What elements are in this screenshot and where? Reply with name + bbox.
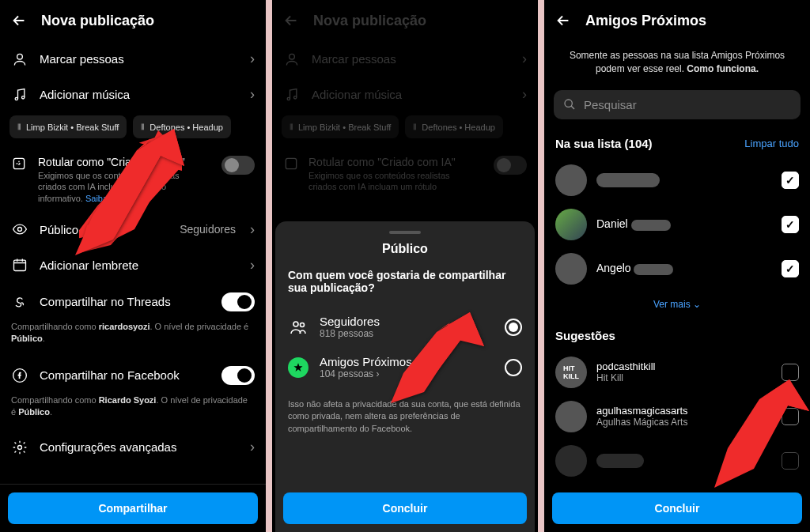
person-name: Angelo (596, 262, 772, 274)
sparkle-icon (283, 156, 299, 175)
tutorial-arrow (75, 123, 186, 257)
search-icon (563, 98, 576, 111)
avatar (555, 164, 587, 196)
ai-label-row: Rotular como "Criado com IA" Exigimos qu… (272, 148, 538, 201)
page-title: Nova publicação (41, 13, 154, 29)
facebook-label: Compartilhar no Facebook (40, 368, 210, 382)
svg-point-2 (22, 96, 25, 98)
threads-label: Compartilhar no Threads (40, 295, 210, 308)
person-icon (11, 51, 28, 67)
list-item[interactable]: Daniel (544, 202, 810, 247)
chevron-right-icon: › (522, 51, 527, 67)
clear-all-link[interactable]: Limpar tudo (744, 138, 799, 149)
star-icon (288, 357, 308, 378)
svg-point-20 (565, 100, 572, 107)
music-icon (283, 87, 301, 103)
suggestions-head: Sugestões (544, 318, 810, 350)
threads-toggle[interactable] (221, 292, 255, 311)
eye-icon (11, 221, 28, 237)
done-button[interactable]: Concluir (552, 492, 802, 524)
svg-point-7 (18, 445, 22, 449)
music-chip: ⦀Limp Bizkit • Break Stuff (282, 115, 399, 138)
add-music-row: Adicionar música › (272, 77, 538, 112)
header: Nova publicação (0, 0, 266, 41)
back-icon[interactable] (282, 11, 301, 30)
screen-new-post: Nova publicação Marcar pessoas › Adicion… (0, 0, 266, 532)
reminder-label: Adicionar lembrete (40, 258, 239, 272)
header: Nova publicação (272, 0, 538, 41)
svg-point-1 (15, 97, 17, 100)
svg-marker-21 (714, 379, 809, 488)
svg-rect-16 (286, 158, 296, 168)
tag-people-row: Marcar pessoas › (272, 41, 538, 77)
gear-icon (11, 440, 28, 455)
advanced-label: Configurações avançadas (40, 440, 239, 454)
sheet-question: Com quem você gostaria de compartilhar s… (275, 269, 535, 307)
list-item[interactable] (544, 158, 810, 202)
tutorial-arrow (710, 375, 810, 490)
music-chips: ⦀Limp Bizkit • Break Stuff ⦀Deftones • H… (272, 112, 538, 148)
chevron-right-icon: › (250, 51, 255, 67)
tag-people-row[interactable]: Marcar pessoas › (0, 41, 266, 77)
threads-row[interactable]: Compartilhar no Threads (0, 283, 266, 321)
sparkle-icon (11, 156, 28, 175)
screen-close-friends: Amigos Próximos Somente as pessoas na su… (544, 0, 810, 532)
drag-handle[interactable] (389, 231, 421, 234)
checkbox[interactable] (782, 216, 799, 233)
threads-desc: Compartilhando como ricardosyozi. O níve… (0, 321, 266, 357)
bars-icon: ⦀ (17, 122, 21, 132)
back-icon[interactable] (9, 11, 28, 30)
person-icon (283, 51, 301, 67)
audience-value: Seguidores (180, 223, 236, 236)
chevron-down-icon: ⌄ (693, 299, 701, 310)
share-button[interactable]: Compartilhar (8, 492, 258, 524)
checkbox[interactable] (782, 260, 799, 277)
page-title: Amigos Próximos (585, 13, 706, 29)
svg-point-13 (290, 54, 295, 59)
person-name (596, 173, 772, 187)
chevron-right-icon: › (250, 221, 255, 238)
header: Amigos Próximos (544, 0, 810, 41)
add-music-row[interactable]: Adicionar música › (0, 77, 266, 112)
facebook-row[interactable]: Compartilhar no Facebook (0, 357, 266, 394)
avatar (555, 253, 587, 285)
page-title: Nova publicação (313, 13, 426, 29)
sheet-title: Público (275, 242, 535, 269)
advanced-row[interactable]: Configurações avançadas › (0, 429, 266, 465)
back-icon[interactable] (554, 11, 573, 30)
chevron-right-icon: › (250, 257, 255, 274)
tag-people-label: Marcar pessoas (40, 52, 239, 66)
suggestions-title: Sugestões (555, 329, 615, 342)
facebook-toggle[interactable] (221, 366, 255, 385)
facebook-icon (11, 368, 28, 383)
people-icon (288, 317, 308, 338)
person-name: Daniel (596, 217, 772, 230)
chevron-right-icon: › (250, 439, 255, 455)
search-placeholder: Pesquisar (584, 98, 637, 111)
search-input[interactable]: Pesquisar (554, 90, 801, 119)
threads-icon (11, 294, 28, 310)
checkbox[interactable] (782, 172, 799, 189)
svg-point-4 (18, 228, 22, 232)
tutorial-arrow (391, 308, 486, 403)
show-more-link[interactable]: Ver mais ⌄ (544, 291, 810, 318)
list-item[interactable]: Angelo (544, 247, 810, 291)
add-music-label: Adicionar música (40, 88, 239, 101)
facebook-desc: Compartilhando como Ricardo Syozi. O nív… (0, 394, 266, 430)
svg-rect-5 (14, 261, 26, 271)
done-button[interactable]: Concluir (283, 492, 527, 524)
music-icon (11, 87, 28, 103)
bottom-bar: Concluir (544, 485, 810, 532)
chevron-right-icon: › (522, 86, 527, 103)
radio-button[interactable] (505, 319, 522, 336)
bottom-bar: Compartilhar (0, 484, 266, 532)
ai-toggle (494, 156, 527, 175)
svg-point-14 (287, 97, 290, 100)
ai-toggle[interactable] (221, 156, 255, 175)
bottom-bar: Concluir (275, 485, 535, 532)
avatar: HITKILL (555, 357, 587, 388)
list-title: Na sua lista (104) (555, 137, 653, 150)
music-chip: ⦀Deftones • Headup (405, 115, 503, 138)
svg-point-0 (17, 54, 23, 59)
radio-button[interactable] (505, 359, 522, 376)
